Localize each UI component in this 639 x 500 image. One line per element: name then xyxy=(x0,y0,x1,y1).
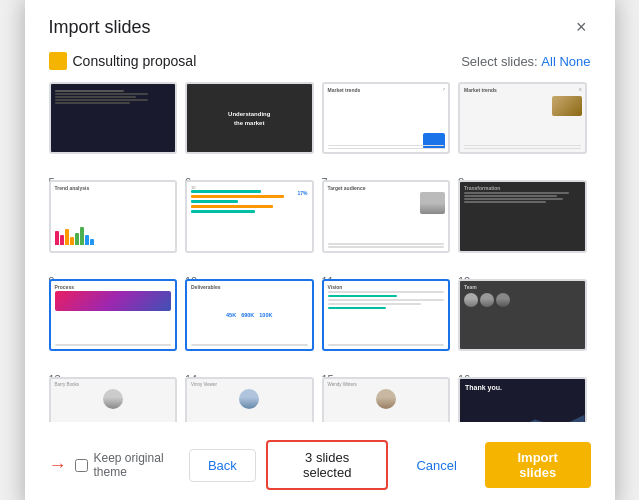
close-button[interactable]: × xyxy=(572,14,591,40)
back-button[interactable]: Back xyxy=(189,449,256,482)
list-item: Team 16 xyxy=(458,279,587,369)
dialog-title: Import slides xyxy=(49,17,151,38)
list-item: Transformation 12 xyxy=(458,180,587,270)
list-item: Understandingthe market 6 xyxy=(185,82,314,172)
slide-thumb-17[interactable]: Barry Books xyxy=(49,377,178,422)
slide-thumb-15[interactable]: Vision xyxy=(322,279,451,351)
slides-selected-button[interactable]: 3 slides selected xyxy=(266,440,389,490)
import-button[interactable]: Import slides xyxy=(485,442,591,488)
presentation-name-label: Consulting proposal xyxy=(73,53,197,69)
select-slides-row: Select slides: All None xyxy=(461,54,590,69)
slide-thumb-11[interactable]: Target audience xyxy=(322,180,451,252)
arrow-icon: → xyxy=(49,455,67,476)
list-item: Wendy Writers 19 xyxy=(322,377,451,422)
slide-thumb-16[interactable]: Team xyxy=(458,279,587,351)
list-item: Trend analysis 9 xyxy=(49,180,178,270)
slide-thumb-19[interactable]: Wendy Writers xyxy=(322,377,451,422)
slide-thumb-18[interactable]: Vinny Viewer xyxy=(185,377,314,422)
slide-thumb-12[interactable]: Transformation xyxy=(458,180,587,252)
list-item: Target audience 11 xyxy=(322,180,451,270)
cancel-button[interactable]: Cancel xyxy=(398,450,474,481)
list-item: Vision 15 xyxy=(322,279,451,369)
slide-thumb-9[interactable]: Trend analysis xyxy=(49,180,178,252)
list-item: Vinny Viewer 18 xyxy=(185,377,314,422)
select-slides-label: Select slides: xyxy=(461,54,538,69)
list-item: Market trends 7 7 xyxy=(322,82,451,172)
slide-thumb-10[interactable]: 10 17% xyxy=(185,180,314,252)
list-item: Process 13 xyxy=(49,279,178,369)
slides-grid: 5 Understandingthe market 6 Market trend… xyxy=(49,82,591,422)
dialog-footer: → Keep original theme Back 3 slides sele… xyxy=(49,436,591,490)
list-item: Barry Books 17 xyxy=(49,377,178,422)
slide-thumb-5[interactable] xyxy=(49,82,178,154)
keep-theme-checkbox[interactable] xyxy=(75,459,88,472)
list-item: Market trends 8 8 xyxy=(458,82,587,172)
list-item: Deliverables 45K 690K 100K 14 xyxy=(185,279,314,369)
slide-thumb-6[interactable]: Understandingthe market xyxy=(185,82,314,154)
ppt-icon xyxy=(49,52,67,70)
keep-theme-label[interactable]: Keep original theme xyxy=(94,451,179,479)
keep-theme-row: → Keep original theme xyxy=(49,451,179,479)
import-slides-dialog: Import slides × Consulting proposal Sele… xyxy=(25,0,615,500)
select-all-link[interactable]: All None xyxy=(541,54,590,69)
dialog-header: Import slides × xyxy=(49,14,591,40)
slide-thumb-14[interactable]: Deliverables 45K 690K 100K xyxy=(185,279,314,351)
list-item: Thank you. 20 xyxy=(458,377,587,422)
list-item: 5 xyxy=(49,82,178,172)
slide-thumb-20[interactable]: Thank you. xyxy=(458,377,587,422)
list-item: 10 17% 10 xyxy=(185,180,314,270)
presentation-row: Consulting proposal Select slides: All N… xyxy=(49,52,591,70)
slide-thumb-7[interactable]: Market trends 7 xyxy=(322,82,451,154)
slide-thumb-8[interactable]: Market trends 8 xyxy=(458,82,587,154)
slide-thumb-13[interactable]: Process xyxy=(49,279,178,351)
presentation-name: Consulting proposal xyxy=(49,52,197,70)
svg-marker-0 xyxy=(460,414,585,422)
